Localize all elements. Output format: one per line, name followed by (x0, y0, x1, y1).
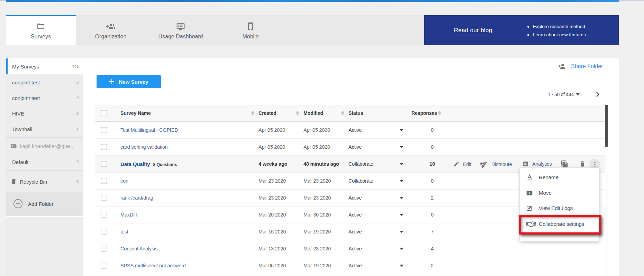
plus-icon (109, 79, 115, 84)
duplicate-action[interactable] (561, 160, 568, 168)
sort-icon[interactable] (438, 111, 441, 116)
sidebar-item-my-surveys[interactable]: My Surveys441 (6, 58, 83, 74)
modified-cell: 48 minutes ago (303, 161, 339, 167)
distribute-action[interactable]: Distribute (480, 160, 512, 168)
menu-item-move[interactable]: Move (520, 185, 599, 201)
content-card: My Surveys441conjoint test0conjoint test… (6, 58, 619, 276)
pagination-caret-icon[interactable] (576, 93, 580, 95)
created-cell: Apr 05 2020 (258, 127, 285, 133)
status-dropdown-caret-icon[interactable] (400, 129, 403, 131)
tab-organization[interactable]: Organization (76, 15, 146, 45)
survey-name-link[interactable]: test (120, 229, 128, 234)
responses-cell: 2 (422, 195, 443, 201)
analytics-action[interactable]: Analytics (523, 161, 552, 167)
survey-name-link[interactable]: rank /card/drag (120, 195, 153, 201)
trash-icon (10, 178, 17, 185)
column-header-status[interactable]: Status (348, 110, 363, 116)
banner-bullet: Explore research method (527, 22, 586, 31)
analytics-action-label: Analytics (532, 161, 552, 167)
vertical-scrollbar[interactable] (605, 105, 608, 276)
row-checkbox[interactable] (101, 263, 107, 269)
delete-action[interactable] (579, 160, 586, 167)
survey-name-link[interactable]: con (120, 178, 128, 184)
tab-label: Mobile (216, 34, 285, 40)
scrollbar-thumb[interactable] (605, 105, 608, 147)
survey-name-link[interactable]: Test Multilingual - COPIED (120, 127, 178, 133)
menu-item-rename[interactable]: Rename (520, 169, 599, 185)
status-cell: Active (348, 246, 362, 251)
survey-name-link[interactable]: card sorting validation (120, 144, 167, 150)
sidebar-item-townhall[interactable]: Townhall1 (6, 121, 83, 137)
survey-name-link[interactable]: Data Quality8 Questions (120, 161, 177, 167)
sort-icon[interactable] (251, 111, 254, 116)
tab-mobile[interactable]: Mobile (216, 15, 285, 45)
status-dropdown-caret-icon[interactable] (400, 231, 403, 233)
sidebar-item-count: 3 (76, 160, 79, 164)
status-dropdown-caret-icon[interactable] (400, 197, 403, 199)
modified-cell: Mar 23 2020 (303, 246, 331, 251)
banner-bullet-list: Explore research methodLearn about new f… (527, 22, 586, 39)
table-row: Conjoint AnalysisMar 13 2020Mar 23 2020A… (95, 240, 607, 257)
sidebar-item-label: HIVE (12, 110, 24, 116)
row-checkbox[interactable] (101, 212, 107, 218)
survey-name-link[interactable]: MaxDiff (120, 212, 137, 218)
sidebar-item-kapil-khandekar-que[interactable]: kapil.khandekar@que... (6, 138, 83, 154)
table-row: SPSS multiselect not answerdMar 06 2020M… (95, 257, 607, 274)
status-dropdown-caret-icon[interactable] (400, 214, 403, 216)
sort-icon[interactable] (341, 111, 344, 116)
add-folder-button[interactable]: Add Folder (6, 192, 83, 216)
select-all-checkbox[interactable] (101, 110, 107, 116)
survey-name-link[interactable]: Conjoint Analysis (120, 246, 157, 251)
created-cell: 4 weeks ago (258, 161, 287, 167)
status-cell: Active (348, 263, 362, 268)
distribute-action-label: Distribute (491, 161, 512, 167)
blog-banner[interactable]: Read our blog Explore research methodLea… (424, 15, 619, 45)
share-folder-label: Share Folder (571, 63, 603, 70)
pagination-range[interactable]: 1 - 50 of 444 (548, 92, 574, 97)
column-header-modified[interactable]: Modified (303, 110, 323, 116)
menu-item-label: View Edit Logs (539, 205, 573, 211)
rename-icon (526, 174, 533, 181)
sidebar-item-recycle-bin[interactable]: Recycle Bin3 (6, 171, 83, 192)
sidebar-item-hive[interactable]: HIVE6 (6, 105, 83, 121)
share-folder-button[interactable]: Share Folder (558, 61, 603, 72)
tab-surveys[interactable]: Surveys (6, 15, 76, 45)
created-cell: Mar 23 2020 (258, 195, 286, 201)
menu-item-collaborate-settings[interactable]: Collaborate settings (520, 216, 599, 232)
status-dropdown-caret-icon[interactable] (400, 163, 403, 165)
column-header-survey-name[interactable]: Survey Name (120, 110, 151, 116)
next-page-icon[interactable] (595, 92, 600, 97)
sidebar-item-conjoint-test[interactable]: conjoint test0 (6, 90, 83, 105)
edit-action[interactable]: Edit (453, 161, 471, 167)
menu-item-view-edit-logs[interactable]: View Edit Logs (520, 200, 599, 216)
survey-name-link[interactable]: SPSS multiselect not answerd (120, 263, 186, 268)
column-header-created[interactable]: Created (258, 110, 276, 116)
row-checkbox[interactable] (101, 246, 107, 252)
row-checkbox[interactable] (101, 178, 107, 184)
row-checkbox[interactable] (101, 127, 107, 133)
status-dropdown-caret-icon[interactable] (400, 265, 403, 267)
row-checkbox[interactable] (101, 144, 107, 150)
status-dropdown-caret-icon[interactable] (400, 180, 403, 182)
sort-icon[interactable] (296, 111, 299, 116)
status-cell: Active (348, 144, 362, 150)
status-dropdown-caret-icon[interactable] (400, 248, 403, 250)
dvr-icon (176, 22, 185, 31)
sidebar-filler (6, 217, 83, 276)
sidebar-item-conjoint-test[interactable]: conjoint test0 (6, 74, 83, 90)
banner-title[interactable]: Read our blog (444, 15, 502, 45)
question-count: 8 Questions (153, 162, 177, 167)
tab-usage-dashboard[interactable]: Usage Dashboard (146, 15, 216, 45)
status-cell: Collaborate (348, 178, 373, 184)
new-survey-button[interactable]: New Survey (97, 75, 161, 88)
column-header-responses[interactable]: Responses (411, 110, 437, 116)
new-survey-label: New Survey (119, 79, 148, 85)
edit-log-icon (526, 204, 533, 212)
status-cell: Active (348, 212, 362, 218)
row-checkbox[interactable] (101, 229, 107, 235)
sidebar-item-default[interactable]: Default3 (6, 154, 83, 170)
row-checkbox[interactable] (101, 195, 107, 201)
status-dropdown-caret-icon[interactable] (400, 146, 403, 148)
status-cell: Active (348, 195, 362, 201)
row-checkbox[interactable] (101, 161, 107, 167)
